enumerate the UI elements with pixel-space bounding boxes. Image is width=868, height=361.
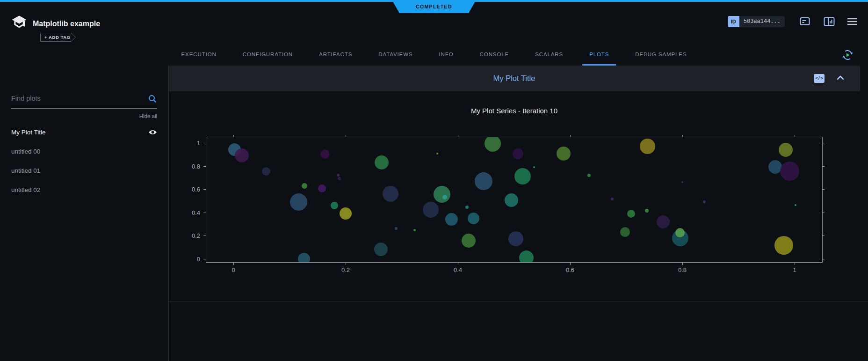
scatter-point xyxy=(302,183,307,189)
scatter-point xyxy=(505,193,518,207)
plot-list-item[interactable]: untitled 02 xyxy=(11,180,157,199)
scatter-point xyxy=(780,162,799,181)
tab-console[interactable]: CONSOLE xyxy=(473,44,516,66)
scatter-point xyxy=(375,155,389,169)
plots-sidebar: Hide all My Plot Titleuntitled 00untitle… xyxy=(0,66,169,361)
y-tick-right xyxy=(822,189,825,190)
scatter-point xyxy=(395,227,398,230)
embed-code-button[interactable]: </> xyxy=(814,74,825,83)
scatter-point xyxy=(338,177,341,180)
search-icon[interactable] xyxy=(148,94,157,103)
y-tick-right xyxy=(822,166,825,167)
status-banner: COMPLETED xyxy=(392,0,476,13)
details-panel-icon[interactable] xyxy=(824,17,835,26)
scatter-point xyxy=(318,184,326,192)
scatter-point xyxy=(413,229,416,231)
x-tick xyxy=(346,262,346,265)
y-tick xyxy=(203,143,206,143)
experiment-id-badge[interactable]: ID 503aa144... xyxy=(728,16,785,27)
scatter-point xyxy=(423,202,439,218)
scatter-point xyxy=(465,206,469,209)
add-tag-label: + ADD TAG xyxy=(41,33,75,41)
scatter-point xyxy=(331,202,338,209)
tab-configuration[interactable]: CONFIGURATION xyxy=(236,44,300,66)
tab-scalars[interactable]: SCALARS xyxy=(528,44,570,66)
plot-list-item[interactable]: My Plot Title xyxy=(11,123,157,142)
hide-all-link[interactable]: Hide all xyxy=(11,113,157,119)
scatter-point xyxy=(795,204,796,206)
plot-list-item[interactable]: untitled 00 xyxy=(11,142,157,161)
scatter-point xyxy=(774,236,793,255)
experiment-type-icon xyxy=(11,15,27,30)
y-tick-label: 0.6 xyxy=(192,186,200,193)
tab-debug-samples[interactable]: DEBUG SAMPLES xyxy=(628,44,694,66)
section-bottom-divider xyxy=(169,301,868,302)
y-tick-label: 0.2 xyxy=(192,232,200,239)
x-tick-top xyxy=(346,135,346,137)
y-tick-right xyxy=(822,143,825,143)
scatter-point xyxy=(262,167,270,176)
scatter-point xyxy=(320,149,330,159)
scatter-point xyxy=(513,148,523,159)
x-tick-top xyxy=(570,135,571,137)
menu-icon[interactable] xyxy=(846,17,858,26)
id-value: 503aa144... xyxy=(739,16,785,27)
tab-execution[interactable]: EXECUTION xyxy=(174,44,224,66)
add-tag-button[interactable]: + ADD TAG xyxy=(40,33,76,42)
scatter-point xyxy=(657,215,670,228)
scatter-point xyxy=(640,139,655,154)
y-tick-right xyxy=(822,236,825,236)
y-tick xyxy=(203,236,206,236)
scatter-point xyxy=(485,137,501,152)
collapse-panel-button[interactable] xyxy=(837,75,844,81)
plot-list-item[interactable]: untitled 01 xyxy=(11,161,157,180)
scatter-point xyxy=(514,168,531,184)
scatter-point xyxy=(508,231,523,246)
scatter-point xyxy=(611,198,614,200)
tab-dataviews[interactable]: DATAVIEWS xyxy=(371,44,420,66)
y-tick-right xyxy=(822,213,825,213)
tab-plots[interactable]: PLOTS xyxy=(582,44,616,66)
scatter-point xyxy=(475,172,492,190)
x-tick-label: 0.6 xyxy=(566,266,574,273)
x-tick-label: 0 xyxy=(231,266,235,273)
scatter-point xyxy=(340,207,352,220)
y-tick xyxy=(203,166,206,167)
tab-info[interactable]: INFO xyxy=(432,44,461,66)
scatter-point xyxy=(383,186,398,202)
plot-item-label: untitled 01 xyxy=(11,167,40,174)
y-tick xyxy=(203,213,206,213)
tab-artifacts[interactable]: ARTIFACTS xyxy=(312,44,359,66)
chart-canvas[interactable]: 00.20.40.60.8100.20.40.60.81 xyxy=(206,137,823,263)
scatter-point xyxy=(703,200,706,203)
y-tick-right xyxy=(822,259,825,259)
scatter-point xyxy=(681,181,683,183)
scatter-point xyxy=(468,213,479,224)
scatter-point xyxy=(374,243,388,256)
plot-panel-title: My Plot Title xyxy=(493,74,535,83)
scatter-point xyxy=(645,209,649,213)
scatter-point xyxy=(675,228,685,237)
app-window: COMPLETED Matplotlib example + ADD TAG I… xyxy=(0,0,868,361)
x-tick xyxy=(458,262,458,265)
scatter-point xyxy=(627,210,635,218)
y-tick-label: 0 xyxy=(197,256,200,263)
y-tick-label: 0.8 xyxy=(192,162,200,169)
scatter-point xyxy=(462,234,476,248)
figure-title: My Plot Series - Iteration 10 xyxy=(206,107,823,115)
search-input[interactable] xyxy=(11,91,157,105)
tab-bar-inner: EXECUTIONCONFIGURATIONARTIFACTSDATAVIEWS… xyxy=(0,44,868,66)
description-icon[interactable] xyxy=(800,17,811,26)
auto-refresh-icon[interactable] xyxy=(841,49,854,61)
scatter-point xyxy=(337,174,340,177)
scatter-point xyxy=(290,193,307,211)
scatter-point xyxy=(436,153,438,155)
x-tick-top xyxy=(795,135,795,137)
visibility-icon[interactable] xyxy=(148,129,157,135)
x-tick xyxy=(233,262,234,265)
x-tick xyxy=(570,262,571,265)
tab-bar: EXECUTIONCONFIGURATIONARTIFACTSDATAVIEWS… xyxy=(0,44,868,66)
x-tick-label: 0.2 xyxy=(341,266,350,273)
plot-panel-header: My Plot Title </> xyxy=(169,66,860,91)
id-label: ID xyxy=(728,16,739,27)
